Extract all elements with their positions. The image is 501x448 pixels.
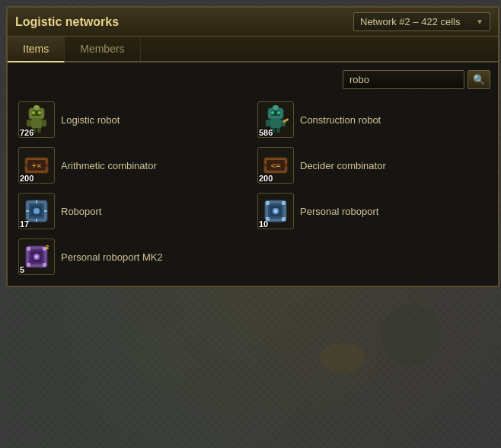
roboport-label: Roboport [61, 206, 101, 217]
personal-roboport-mk2-count: 5 [20, 266, 24, 274]
world-decor-2 [381, 305, 442, 366]
arithmetic-combinator-label: Arithmetic combinator [61, 160, 157, 171]
svg-rect-45 [282, 201, 286, 205]
svg-point-12 [271, 111, 274, 114]
panel-header: Logistic networks Network #2 – 422 cells… [8, 8, 498, 37]
construction-robot-count: 586 [259, 129, 273, 137]
svg-rect-25 [46, 164, 48, 167]
panel-title: Logistic networks [15, 15, 119, 29]
list-item: 17 Roboport [15, 190, 251, 232]
svg-point-52 [35, 255, 38, 258]
svg-rect-30 [285, 164, 287, 167]
chevron-down-icon: ▼ [476, 18, 483, 26]
decider-combinator-label: Decider combinator [300, 160, 386, 171]
personal-roboport-count: 10 [259, 220, 268, 229]
search-icon: 🔍 [473, 74, 485, 85]
svg-point-13 [277, 111, 280, 114]
world-decor-3 [320, 343, 365, 373]
personal-roboport-mk2-label: Personal roboport MK2 [61, 251, 163, 263]
svg-point-19 [273, 105, 279, 110]
svg-rect-15 [266, 120, 270, 126]
svg-rect-20 [282, 118, 289, 123]
tab-members[interactable]: Members [65, 37, 140, 61]
svg-text:+×: +× [31, 161, 41, 171]
svg-rect-5 [27, 120, 31, 126]
svg-text:2: 2 [46, 244, 49, 251]
svg-rect-44 [266, 201, 270, 205]
list-item: 726 Logistic robot [15, 98, 251, 141]
list-item: +× 200 Arithmetic combinator [15, 144, 251, 187]
svg-rect-6 [42, 120, 46, 126]
decider-combinator-count: 200 [259, 174, 273, 183]
svg-point-34 [34, 208, 40, 214]
svg-rect-4 [31, 119, 42, 128]
logistic-robot-count: 726 [20, 129, 34, 137]
svg-rect-14 [270, 119, 281, 128]
svg-rect-47 [282, 217, 286, 221]
item-icon-wrapper: 2 5 [18, 238, 55, 275]
roboport-count: 17 [20, 220, 29, 229]
search-input[interactable] [343, 70, 464, 89]
svg-rect-55 [27, 263, 30, 267]
items-grid: 726 Logistic robot [15, 98, 490, 278]
logistic-robot-label: Logistic robot [61, 114, 120, 126]
list-item: <= 200 Decider combinator [254, 144, 490, 187]
panel-body: 🔍 [8, 62, 498, 286]
search-button[interactable]: 🔍 [467, 70, 490, 89]
svg-text:<=: <= [270, 161, 281, 171]
list-item: 10 Personal roboport [254, 190, 490, 232]
personal-roboport-label: Personal roboport [300, 206, 378, 217]
svg-rect-24 [25, 164, 27, 167]
construction-robot-label: Construction robot [300, 114, 381, 126]
network-dropdown-label: Network #2 – 422 cells [360, 16, 461, 27]
search-bar: 🔍 [15, 70, 490, 89]
svg-rect-18 [276, 128, 280, 133]
item-icon-wrapper: +× 200 [18, 147, 55, 184]
tab-items[interactable]: Items [8, 37, 65, 62]
svg-point-3 [38, 111, 41, 114]
item-icon-wrapper: 10 [257, 193, 294, 229]
svg-point-9 [34, 105, 40, 110]
arithmetic-combinator-count: 200 [20, 174, 34, 183]
network-dropdown[interactable]: Network #2 – 422 cells ▼ [353, 12, 490, 31]
list-item: 2 5 Personal roboport MK2 [15, 235, 251, 278]
logistic-networks-panel: Logistic networks Network #2 – 422 cells… [6, 6, 499, 287]
tab-bar: Items Members [8, 37, 498, 62]
item-icon-wrapper: 586 [257, 101, 294, 138]
svg-rect-8 [37, 128, 41, 133]
item-icon-wrapper: 17 [18, 193, 55, 229]
svg-rect-29 [264, 164, 266, 167]
item-icon-wrapper: <= 200 [257, 147, 294, 184]
svg-point-2 [32, 111, 35, 114]
list-item: 586 Construction robot [254, 98, 490, 141]
svg-rect-53 [27, 247, 30, 251]
svg-point-43 [274, 210, 277, 213]
svg-rect-56 [43, 263, 46, 267]
item-icon-wrapper: 726 [18, 101, 55, 138]
